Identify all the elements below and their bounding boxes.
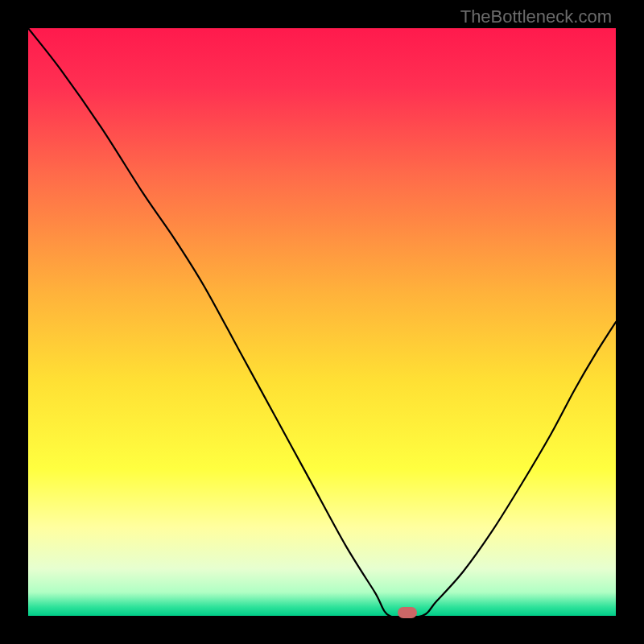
plot-area [28, 28, 616, 616]
bottleneck-curve [28, 28, 616, 616]
watermark-text: TheBottleneck.com [460, 6, 612, 27]
optimum-marker [398, 607, 417, 618]
